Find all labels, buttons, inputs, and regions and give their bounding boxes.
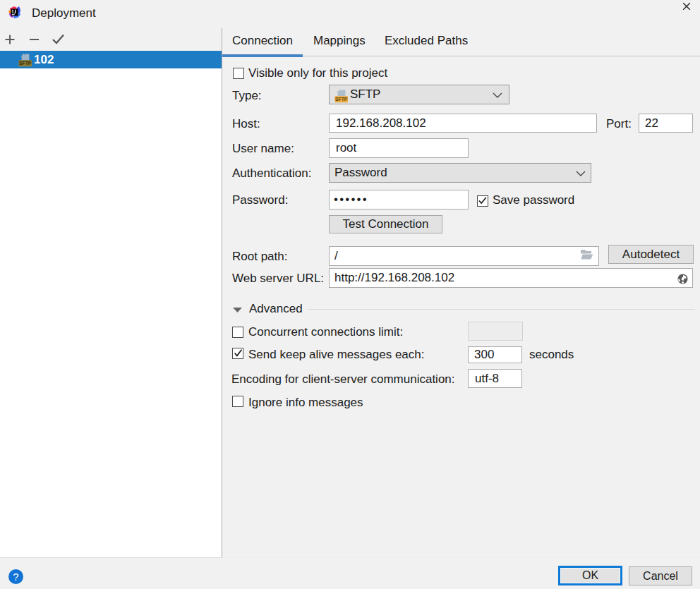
svg-text:SFTP: SFTP bbox=[335, 97, 348, 102]
svg-text:SFTP: SFTP bbox=[19, 61, 32, 66]
